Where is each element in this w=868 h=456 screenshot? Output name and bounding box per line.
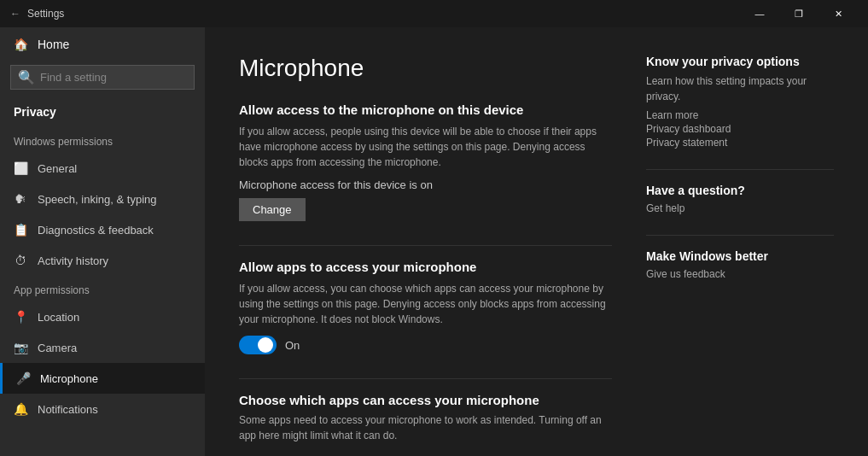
activity-icon: ⏱	[14, 254, 27, 267]
privacy-options-title: Know your privacy options	[646, 55, 834, 68]
home-label: Home	[38, 38, 69, 51]
sidebar-item-label: Location	[38, 311, 79, 324]
feedback-link[interactable]: Give us feedback	[646, 268, 834, 280]
right-divider-2	[646, 235, 834, 236]
privacy-statement-link[interactable]: Privacy statement	[646, 137, 834, 149]
app-permissions-label: App permissions	[0, 276, 205, 301]
general-icon: ⬜	[14, 161, 27, 175]
sidebar-item-label: Notifications	[38, 403, 98, 416]
windows-better-section: Make Windows better Give us feedback	[646, 249, 834, 280]
right-divider-1	[646, 169, 834, 170]
apps-toggle-row: On	[239, 336, 612, 354]
apps-access-title: Allow apps to access your microphone	[239, 260, 612, 274]
sidebar-item-microphone[interactable]: 🎤 Microphone	[0, 363, 205, 394]
sidebar-item-label: General	[38, 162, 77, 175]
main-content: Microphone Allow access to the microphon…	[205, 27, 868, 456]
sidebar-item-label: Microphone	[40, 372, 98, 385]
window-controls: — ❐ ✕	[740, 0, 858, 27]
sidebar-item-diagnostics[interactable]: 📋 Diagnostics & feedback	[0, 214, 205, 245]
choose-apps-desc: Some apps need to access your microphone…	[239, 412, 612, 443]
notifications-icon: 🔔	[14, 402, 27, 416]
camera-icon: 📷	[14, 341, 27, 354]
device-access-desc: If you allow access, people using this d…	[239, 124, 612, 170]
choose-apps-section: Choose which apps can access your microp…	[239, 393, 612, 456]
titlebar: ← Settings — ❐ ✕	[0, 0, 868, 27]
device-status: Microphone access for this device is on	[239, 178, 612, 191]
microphone-icon: 🎤	[16, 371, 30, 385]
apps-toggle[interactable]	[239, 336, 277, 354]
question-section: Have a question? Get help	[646, 184, 834, 214]
sidebar-item-activity[interactable]: ⏱ Activity history	[0, 245, 205, 276]
device-access-title: Allow access to the microphone on this d…	[239, 102, 612, 117]
minimize-button[interactable]: —	[740, 0, 779, 27]
privacy-options-section: Know your privacy options Learn how this…	[646, 55, 834, 149]
sidebar-item-camera[interactable]: 📷 Camera	[0, 332, 205, 363]
sidebar-item-speech[interactable]: 🗣 Speech, inking, & typing	[0, 184, 205, 214]
search-icon: 🔍	[18, 69, 35, 85]
change-button[interactable]: Change	[239, 198, 306, 221]
sidebar-item-label: Activity history	[38, 254, 108, 267]
choose-apps-title: Choose which apps can access your microp…	[239, 393, 612, 407]
maximize-button[interactable]: ❐	[779, 0, 818, 27]
titlebar-title: Settings	[27, 8, 740, 20]
divider-1	[239, 245, 612, 246]
page-title: Microphone	[239, 55, 612, 82]
home-icon: 🏠	[14, 38, 27, 51]
sidebar-item-label: Speech, inking, & typing	[38, 193, 156, 206]
sidebar-item-notifications[interactable]: 🔔 Notifications	[0, 394, 205, 424]
sidebar-item-label: Camera	[38, 342, 77, 354]
privacy-options-desc: Learn how this setting impacts your priv…	[646, 73, 834, 104]
search-box[interactable]: 🔍	[10, 65, 195, 90]
sidebar-item-location[interactable]: 📍 Location	[0, 301, 205, 332]
privacy-label: Privacy	[0, 100, 205, 127]
speech-icon: 🗣	[14, 192, 27, 206]
get-help-link[interactable]: Get help	[646, 202, 834, 214]
apps-access-desc: If you allow access, you can choose whic…	[239, 281, 612, 327]
windows-permissions-label: Windows permissions	[0, 127, 205, 153]
location-icon: 📍	[14, 310, 27, 324]
privacy-dashboard-link[interactable]: Privacy dashboard	[646, 123, 834, 135]
app-body: 🏠 Home 🔍 Privacy Windows permissions ⬜ G…	[0, 27, 868, 456]
device-access-section: Allow access to the microphone on this d…	[239, 102, 612, 221]
close-button[interactable]: ✕	[818, 0, 858, 27]
sidebar-item-general[interactable]: ⬜ General	[0, 153, 205, 184]
search-input[interactable]	[40, 71, 187, 84]
apps-toggle-label: On	[285, 339, 300, 352]
right-panel: Know your privacy options Learn how this…	[646, 55, 834, 429]
learn-more-link[interactable]: Learn more	[646, 109, 834, 121]
diagnostics-icon: 📋	[14, 223, 27, 237]
apps-access-section: Allow apps to access your microphone If …	[239, 260, 612, 354]
sidebar-item-home[interactable]: 🏠 Home	[0, 27, 205, 61]
question-title: Have a question?	[646, 184, 834, 197]
content-main: Microphone Allow access to the microphon…	[239, 55, 612, 429]
toggle-thumb	[258, 337, 273, 353]
sidebar-item-label: Diagnostics & feedback	[38, 224, 154, 237]
back-button[interactable]: ←	[10, 8, 20, 20]
sidebar: 🏠 Home 🔍 Privacy Windows permissions ⬜ G…	[0, 27, 205, 456]
windows-better-title: Make Windows better	[646, 249, 834, 263]
divider-2	[239, 378, 612, 379]
